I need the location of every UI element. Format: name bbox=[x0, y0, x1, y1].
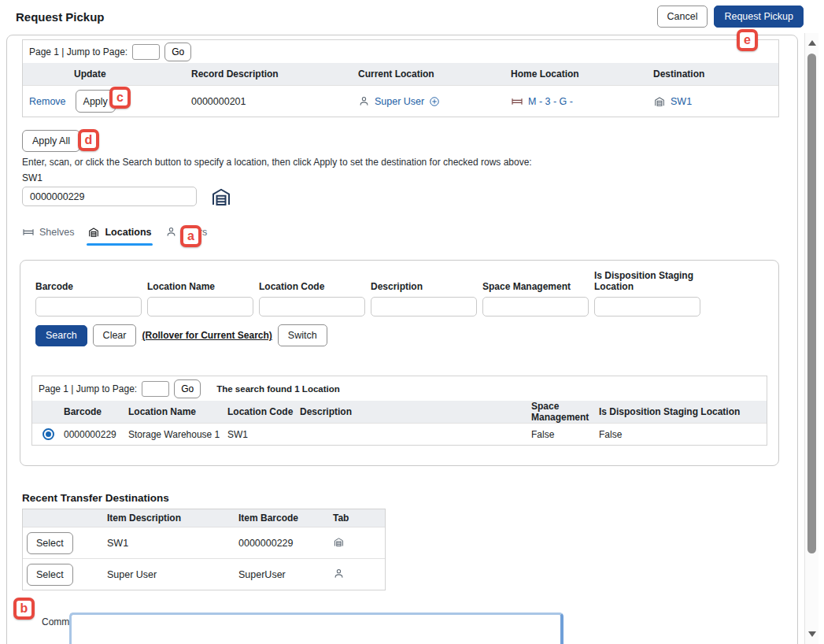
search-results-table: Page 1 | Jump to Page: Go The search fou… bbox=[31, 376, 767, 446]
location-type-tabs: Shelves Locations Users bbox=[22, 226, 207, 246]
search-form-buttons: Search Clear (Rollover for Current Searc… bbox=[35, 324, 327, 346]
go-button[interactable]: Go bbox=[174, 379, 201, 398]
location-code-input[interactable] bbox=[259, 297, 365, 316]
tab-shelves-label: Shelves bbox=[39, 227, 74, 238]
recent-transfers-table: Item Description Item Barcode Tab Select… bbox=[22, 509, 386, 590]
col-update: Update bbox=[23, 68, 191, 80]
results-pagination: Page 1 | Jump to Page: Go The search fou… bbox=[32, 376, 767, 401]
clear-button[interactable]: Clear bbox=[93, 324, 137, 346]
shelf-icon bbox=[511, 95, 523, 108]
selected-location-label: SW1 bbox=[22, 172, 42, 183]
location-code-cell: SW1 bbox=[227, 429, 300, 440]
barcode-cell: 0000000229 bbox=[64, 429, 128, 440]
item-description-cell: Super User bbox=[107, 569, 238, 580]
col-description: Description bbox=[300, 406, 531, 417]
location-barcode-input[interactable] bbox=[22, 187, 197, 206]
item-description-cell: SW1 bbox=[107, 538, 238, 549]
location-code-label: Location Code bbox=[259, 270, 365, 297]
tab-locations[interactable]: Locations bbox=[87, 226, 151, 246]
annotation-c: c bbox=[109, 87, 131, 109]
tab-cell bbox=[333, 568, 385, 582]
select-button[interactable]: Select bbox=[27, 532, 73, 554]
field-description: Description bbox=[371, 270, 477, 316]
warehouse-icon bbox=[653, 95, 666, 108]
cancel-button[interactable]: Cancel bbox=[657, 6, 708, 28]
col-is-disposition: Is Disposition Staging Location bbox=[599, 406, 767, 417]
search-button[interactable]: Search bbox=[35, 325, 87, 346]
space-management-label: Space Management bbox=[482, 270, 589, 297]
home-location-cell: M - 3 - G - bbox=[511, 95, 653, 108]
col-location-name: Location Name bbox=[128, 406, 227, 417]
destination-link[interactable]: SW1 bbox=[671, 96, 692, 107]
barcode-label: Barcode bbox=[35, 270, 142, 297]
col-space-management: Space Management bbox=[531, 401, 599, 423]
jump-to-page-input[interactable] bbox=[142, 381, 169, 397]
select-button[interactable]: Select bbox=[27, 564, 73, 586]
destination-cell: SW1 bbox=[653, 95, 778, 108]
location-radio[interactable] bbox=[42, 428, 54, 440]
recent-transfers-title: Recent Transfer Destinations bbox=[22, 492, 169, 504]
col-tab: Tab bbox=[333, 513, 385, 524]
top-bar: Request Pickup Cancel Request Pickup bbox=[0, 0, 824, 33]
location-search-panel: Barcode Location Name Location Code Desc… bbox=[20, 260, 779, 466]
location-name-label: Location Name bbox=[147, 270, 253, 297]
select-cell: Select bbox=[23, 532, 107, 554]
switch-button[interactable]: Switch bbox=[278, 324, 327, 346]
page-indicator: Page 1 | Jump to Page: bbox=[39, 383, 137, 394]
jump-to-page-input[interactable] bbox=[132, 44, 160, 60]
apply-all-button[interactable]: Apply All bbox=[22, 130, 80, 152]
pickup-items-table: Page 1 | Jump to Page: Go Update Record … bbox=[22, 39, 779, 117]
tab-shelves[interactable]: Shelves bbox=[22, 226, 74, 246]
circle-plus-icon[interactable] bbox=[429, 96, 440, 107]
item-barcode-cell: SuperUser bbox=[238, 569, 333, 580]
location-name-input[interactable] bbox=[147, 297, 253, 316]
comments-textarea[interactable] bbox=[69, 613, 563, 644]
annotation-b: b bbox=[13, 598, 35, 620]
pickup-table-row: Remove Apply 0000000201 Super User M - 3… bbox=[23, 85, 778, 117]
user-icon bbox=[333, 568, 345, 579]
description-input[interactable] bbox=[371, 297, 477, 316]
results-table-row: 0000000229 Storage Warehouse 1 SW1 False… bbox=[32, 423, 767, 445]
request-pickup-panel: Page 1 | Jump to Page: Go Update Record … bbox=[6, 35, 798, 644]
current-location-link[interactable]: Super User bbox=[375, 96, 424, 107]
request-pickup-button[interactable]: Request Pickup bbox=[714, 6, 804, 28]
scrollbar-up-arrow-icon[interactable] bbox=[808, 40, 816, 46]
space-management-input[interactable] bbox=[482, 297, 589, 316]
shelf-icon bbox=[22, 226, 35, 239]
tab-cell bbox=[333, 536, 385, 550]
item-barcode-cell: 0000000229 bbox=[238, 538, 333, 549]
search-found-text: The search found 1 Location bbox=[216, 384, 340, 394]
is-disposition-label: Is Disposition Staging Location bbox=[594, 270, 700, 297]
is-disposition-cell: False bbox=[599, 429, 767, 440]
update-cell: Remove Apply bbox=[23, 90, 191, 113]
page-title: Request Pickup bbox=[16, 10, 105, 24]
home-location-link[interactable]: M - 3 - G - bbox=[528, 96, 573, 107]
col-destination: Destination bbox=[653, 68, 778, 80]
space-management-cell: False bbox=[531, 429, 599, 440]
remove-link[interactable]: Remove bbox=[29, 96, 66, 107]
field-space-management: Space Management bbox=[482, 270, 589, 316]
warehouse-icon bbox=[209, 185, 233, 209]
barcode-input[interactable] bbox=[35, 297, 142, 316]
go-button[interactable]: Go bbox=[164, 43, 191, 61]
scrollbar-down-arrow-icon[interactable] bbox=[808, 631, 816, 637]
page-indicator: Page 1 | Jump to Page: bbox=[29, 46, 127, 57]
pickup-table-header: Update Record Description Current Locati… bbox=[23, 63, 778, 85]
col-home-location: Home Location bbox=[511, 68, 653, 80]
is-disposition-input[interactable] bbox=[594, 297, 700, 316]
col-record-description: Record Description bbox=[191, 68, 358, 80]
annotation-a: a bbox=[180, 225, 201, 247]
annotation-d: d bbox=[78, 129, 99, 151]
select-cell: Select bbox=[23, 564, 107, 586]
recent-transfers-header: Item Description Item Barcode Tab bbox=[23, 509, 385, 527]
instruction-text: Enter, scan, or click the Search button … bbox=[22, 157, 532, 168]
col-item-description: Item Description bbox=[107, 513, 238, 524]
rollover-current-search-link[interactable]: (Rollover for Current Search) bbox=[142, 330, 272, 341]
warehouse-icon bbox=[87, 226, 100, 239]
col-current-location: Current Location bbox=[358, 68, 511, 80]
scrollbar-thumb[interactable] bbox=[807, 54, 816, 553]
user-icon bbox=[358, 95, 370, 107]
col-item-barcode: Item Barcode bbox=[238, 513, 333, 524]
record-description-cell: 0000000201 bbox=[191, 96, 358, 107]
description-label: Description bbox=[371, 270, 477, 297]
